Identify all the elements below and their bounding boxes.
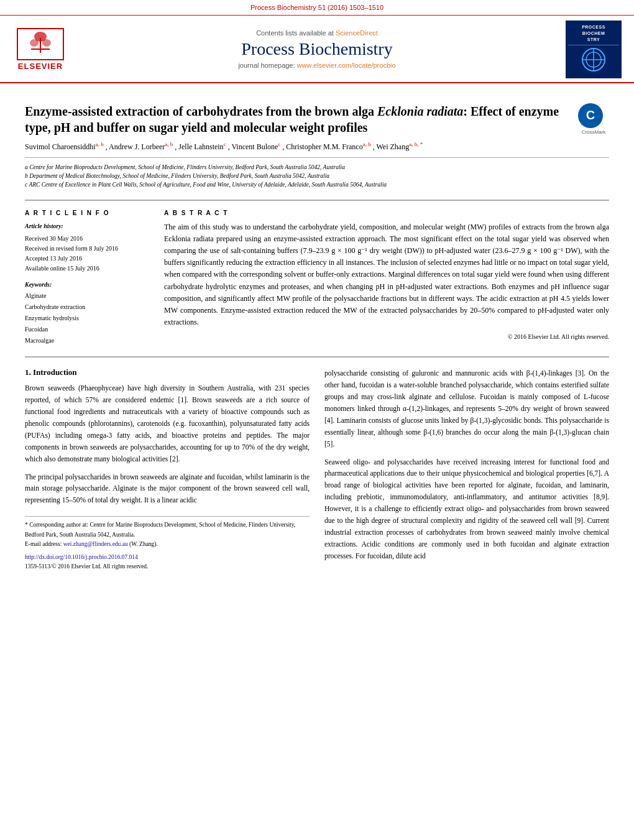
svg-point-3	[30, 39, 39, 47]
body-right-para1: polysaccharide consisting of guluronic a…	[324, 367, 609, 450]
body-left-column: 1. Introduction Brown seaweeds (Phaeophy…	[25, 367, 310, 572]
copyright: © 2016 Elsevier Ltd. All rights reserved…	[164, 333, 609, 340]
article-info-header: A R T I C L E I N F O	[25, 210, 149, 216]
elsevier-logo: ELSEVIER	[12, 28, 68, 71]
affiliations: a Centre for Marine Bioproducts Developm…	[25, 163, 609, 190]
main-divider	[25, 356, 609, 358]
article-area: Enzyme-assisted extraction of carbohydra…	[0, 83, 634, 346]
elsevier-text: ELSEVIER	[18, 62, 63, 71]
body-right-para2: Seaweed oligo- and polysaccharides have …	[324, 456, 609, 563]
authors: Suvimol Charoensiddhia, b , Andrew J. Lo…	[25, 141, 609, 152]
email-link[interactable]: wei.zhang@flinders.edu.au	[63, 541, 128, 547]
footnotes: * Corresponding author at: Centre for Ma…	[25, 516, 310, 571]
article-history: Article history: Received 30 May 2016 Re…	[25, 221, 149, 274]
article-info-column: A R T I C L E I N F O Article history: R…	[25, 210, 149, 346]
svg-text:C: C	[586, 108, 595, 122]
abstract-text: The aim of this study was to understand …	[164, 221, 609, 329]
journal-logo: PROCESS BIOCHEM STRY	[566, 21, 622, 78]
abstract-column: A B S T R A C T The aim of this study wa…	[164, 210, 609, 346]
section1-title: 1. Introduction	[25, 367, 310, 377]
body-para2: The principal polysaccharides in brown s…	[25, 471, 310, 507]
journal-header: ELSEVIER Contents lists available at Sci…	[0, 16, 634, 83]
abstract-header: A B S T R A C T	[164, 210, 609, 216]
sciencedirect-link: Contents lists available at ScienceDirec…	[81, 29, 553, 37]
body-para1: Brown seaweeds (Phaeophyceae) have high …	[25, 382, 310, 465]
journal-homepage: journal homepage: www.elsevier.com/locat…	[81, 62, 553, 69]
keywords: Keywords: Alginate Carbohydrate extracti…	[25, 281, 149, 346]
journal-title: Process Biochemistry	[81, 39, 553, 59]
body-area: 1. Introduction Brown seaweeds (Phaeophy…	[0, 367, 634, 572]
doi-reference: Process Biochemistry 51 (2016) 1503–1510	[250, 4, 384, 11]
article-title: Enzyme-assisted extraction of carbohydra…	[25, 103, 571, 136]
header-center: Contents lists available at ScienceDirec…	[68, 29, 566, 69]
body-right-column: polysaccharide consisting of guluronic a…	[324, 367, 609, 572]
crossmark-logo: C CrossMark	[578, 103, 609, 135]
doi-link[interactable]: http://dx.doi.org/10.1016/j.procbio.2016…	[25, 554, 138, 560]
svg-point-4	[42, 39, 51, 47]
